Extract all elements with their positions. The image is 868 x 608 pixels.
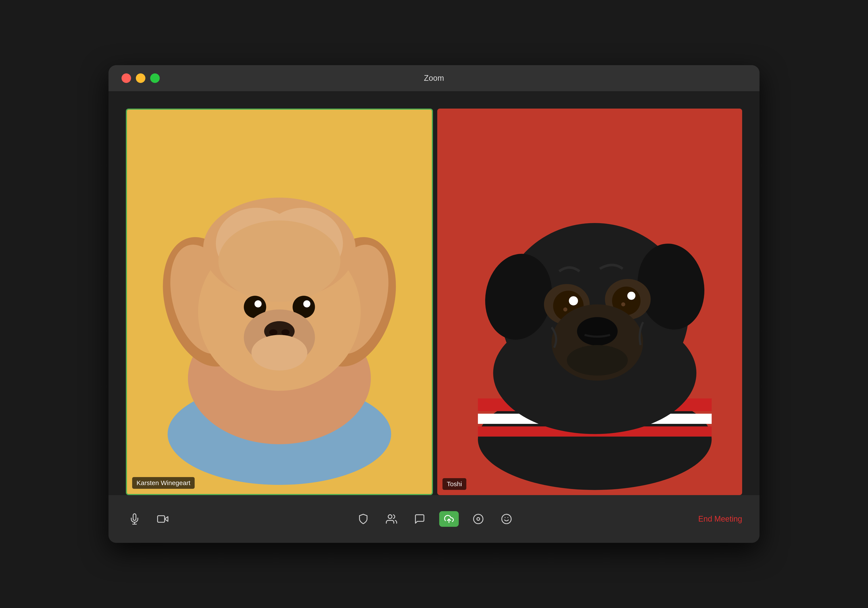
svg-point-37 [569,296,578,305]
content-area: Karsten Winegeart [108,91,760,495]
video-bg-karsten [127,110,432,494]
close-button[interactable] [121,73,131,83]
participants-button[interactable] [383,510,400,528]
toolbar: End Meeting [108,495,760,543]
titlebar: Zoom [108,65,760,91]
zoom-window: Zoom [108,65,760,543]
video-tile-toshi: Toshi [437,109,742,495]
svg-point-38 [627,292,636,300]
video-tile-karsten: Karsten Winegeart [126,109,433,495]
participant-label-karsten: Karsten Winegeart [132,477,195,489]
svg-point-39 [563,308,567,312]
svg-point-48 [388,515,392,519]
svg-point-21 [281,329,290,335]
share-screen-button[interactable] [439,511,459,527]
svg-point-51 [477,518,480,521]
svg-point-22 [251,335,307,370]
svg-point-43 [567,345,628,376]
svg-point-17 [303,300,310,308]
toolbar-center [171,510,698,528]
maximize-button[interactable] [150,73,160,83]
video-bg-toshi [437,109,742,495]
security-button[interactable] [355,510,372,528]
svg-point-20 [269,329,277,335]
svg-rect-47 [158,516,165,522]
reactions-button[interactable] [498,510,515,528]
svg-point-16 [254,300,262,308]
participant-label-toshi: Toshi [442,478,467,490]
record-button[interactable] [470,510,487,528]
toolbar-right: End Meeting [698,515,742,524]
dog-pug-image [437,109,742,495]
video-button[interactable] [154,510,171,528]
traffic-lights [121,73,160,83]
svg-point-42 [577,317,618,345]
video-grid: Karsten Winegeart [126,109,742,495]
svg-point-40 [621,302,625,306]
chat-button[interactable] [411,510,428,528]
svg-marker-46 [165,516,168,521]
toolbar-left [126,510,171,528]
svg-point-50 [473,514,483,524]
minimize-button[interactable] [136,73,146,83]
svg-point-13 [219,221,341,302]
window-title: Zoom [424,74,444,83]
mute-button[interactable] [126,510,143,528]
end-meeting-button[interactable]: End Meeting [698,515,742,524]
dog-shih-tzu-image [127,110,432,494]
